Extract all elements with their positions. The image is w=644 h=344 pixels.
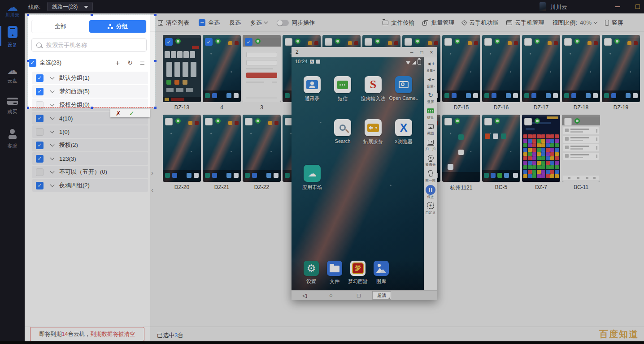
quality-button[interactable]: 超清 [372,291,391,300]
nav-back-icon[interactable]: ◁ [302,292,307,299]
app-settings[interactable]: ⚙设置 [300,261,323,290]
refresh-icon[interactable]: ↻ [127,60,133,66]
tool-stop[interactable]: 停止 [426,185,435,199]
portrait-button[interactable]: 竖屏 [605,19,623,27]
sync-operation-toggle[interactable]: 同步操作 [277,19,315,27]
device-checkbox[interactable] [205,118,213,125]
tool-custom[interactable]: +自定义 [425,201,436,215]
device-checkbox[interactable] [285,38,292,46]
device-thumbnail[interactable]: ✓ [163,35,201,102]
device-checkbox[interactable] [484,118,492,125]
tool-screenshot[interactable]: 截图 [427,122,434,136]
device-thumbnail[interactable] [562,35,600,102]
sidebar-item-clouddisk[interactable]: ☁↑云盘 [0,65,25,84]
app-sogou[interactable]: S搜狗输入法 [358,76,388,102]
group-checkbox[interactable] [36,101,44,109]
group-checkbox[interactable]: ✓ [36,74,44,82]
group-row[interactable]: ✓默认分组(1) [32,72,148,84]
select-all-toolbar[interactable]: 全选 [199,19,220,27]
group-checkbox[interactable]: ✓ [36,88,44,95]
device-thumbnail[interactable]: ✓ [203,35,241,102]
tab-all[interactable]: 全部 [32,20,89,33]
phone-minimize-button[interactable]: – [407,47,417,57]
device-thumbnail[interactable] [482,35,520,102]
indeterminate-checkbox[interactable] [199,19,205,26]
device-thumbnail[interactable]: ✓ [243,35,281,102]
maximize-button[interactable] [631,0,644,13]
selection-handle[interactable] [27,60,29,62]
sidebar-item-support[interactable]: 客服 [0,129,25,149]
selection-handle[interactable] [91,14,93,16]
tool-shake[interactable]: 摇一摇 [425,169,436,183]
panel-collapse-arrow[interactable]: ‹ [151,186,153,193]
selection-handle[interactable] [27,14,29,16]
toggle-off-icon[interactable] [277,20,289,26]
tool-webcam[interactable]: 摄像头 [425,153,436,167]
device-checkbox[interactable] [564,38,572,46]
group-row[interactable]: ✓夜鸦四组(2) [32,179,148,192]
device-thumbnail[interactable] [243,115,281,182]
view-scale-dropdown[interactable]: 视图比例: 40% [552,19,597,27]
line-dropdown[interactable]: 线路一(23) [47,2,93,11]
device-checkbox[interactable] [524,38,532,46]
phone-window-titlebar[interactable]: 2 – □ × [292,47,437,57]
device-checkbox[interactable] [444,38,452,46]
app-camera[interactable]: Open Came.. [388,76,419,102]
nav-recents-icon[interactable]: □ [357,292,361,299]
phone-features-button[interactable]: 云手机功能 [462,19,498,27]
group-row[interactable]: ✓授权(2) [32,139,148,151]
group-checkbox[interactable]: ✓ [36,142,44,149]
group-row[interactable]: 不可以（五开）(0) [32,166,148,178]
device-thumbnail[interactable] [482,115,520,182]
selection-handle[interactable] [154,107,157,109]
phone-screen[interactable]: 10:24 A 通讯录短信S搜狗输入法Open Came.. Search拓展服… [292,57,424,290]
multi-select-button[interactable]: 多选 [250,19,267,27]
phone-maximize-button[interactable]: □ [417,47,426,57]
device-thumbnail[interactable] [163,115,201,182]
sidebar-item-device[interactable]: 设备 [0,26,25,48]
app-sms[interactable]: 短信 [327,76,358,102]
tab-group[interactable]: 分组 [89,20,147,33]
app-search[interactable]: Search [327,119,358,145]
device-thumbnail[interactable] [602,35,640,102]
device-checkbox[interactable]: ✓ [165,38,173,46]
search-input[interactable] [45,41,146,49]
panel-expand-arrow[interactable]: › [151,169,153,176]
sidebar-item-purchase[interactable]: 购买 [0,98,25,115]
select-all-checkbox[interactable]: ✓ [29,59,36,67]
confirm-screenshot-icon[interactable]: ✓ [129,110,135,116]
device-checkbox[interactable] [444,118,452,125]
file-transfer-button[interactable]: 文件传输 [383,19,414,27]
group-row[interactable]: ✓123(3) [32,152,148,165]
add-group-icon[interactable]: + [115,59,120,67]
device-thumbnail[interactable] [522,35,560,102]
device-checkbox[interactable] [365,38,372,46]
app-xbrowser[interactable]: XX浏览器 [388,119,419,145]
selection-handle[interactable] [27,107,29,109]
app-contacts[interactable]: 通讯录 [297,76,327,102]
invert-select-button[interactable]: 反选 [229,19,241,27]
device-checkbox[interactable] [604,38,612,46]
app-appstore[interactable]: ☁应用市场 [297,165,327,191]
phone-manage-button[interactable]: 云手机管理 [506,19,544,27]
phone-close-button[interactable]: × [426,47,436,57]
group-checkbox[interactable] [36,168,44,176]
batch-manage-button[interactable]: 批量管理 [422,19,454,27]
tool-rotate[interactable]: ↻竖屏 [427,90,434,104]
cancel-screenshot-icon[interactable]: ✗ [116,110,121,116]
device-thumbnail[interactable] [203,115,241,182]
tool-scan[interactable]: 扫一扫 [425,138,436,151]
tool-vol-down[interactable]: ◄−音量- [426,75,435,89]
selection-handle[interactable] [154,14,157,16]
device-checkbox[interactable] [484,38,492,46]
app-files[interactable]: 文件 [323,261,346,290]
app-gallery[interactable]: 图库 [370,261,393,290]
clear-list-button[interactable]: 清空列表 [158,19,189,27]
device-thumbnail[interactable] [522,115,560,182]
group-row[interactable]: 1(0) [32,125,148,138]
device-thumbnail[interactable] [442,35,480,102]
selection-handle[interactable] [154,60,157,62]
device-checkbox[interactable] [405,38,412,46]
tool-keyboard[interactable]: 键盘 [427,106,434,120]
device-checkbox[interactable] [564,118,572,125]
